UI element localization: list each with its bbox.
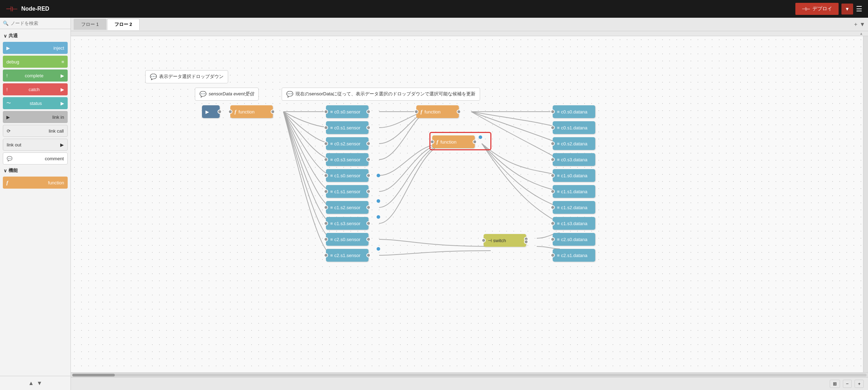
chevron-down-icon: ∨ xyxy=(4,33,7,39)
sidebar-node-status[interactable]: 〜 status ▶ xyxy=(3,97,68,109)
fn1-label: function xyxy=(238,109,255,115)
flow-node-c0s0sensor[interactable]: ≡ c0.s0.sensor xyxy=(326,105,368,118)
flow-node-c2s1data[interactable]: ≡ c2.s1.datana xyxy=(553,249,595,262)
flow-node-c1s2sensor[interactable]: ≡ c1.s2.sensor xyxy=(326,201,368,214)
inject-port-right xyxy=(218,110,222,114)
sidebar-node-catch[interactable]: ! catch ▶ xyxy=(3,83,68,95)
c0s0-port-right xyxy=(366,110,371,114)
sidebar-node-comment[interactable]: 💬 comment xyxy=(3,152,68,165)
flow-node-c2s1sensor[interactable]: ≡ c2.s1.sensor xyxy=(326,249,368,262)
tab-dropdown-button[interactable]: ▼ xyxy=(859,21,865,28)
flow-node-c0s1data[interactable]: ≡ c0.s1.datana xyxy=(553,121,595,134)
h-scroll-thumb[interactable] xyxy=(72,374,115,377)
comment-text-2: sensorData event受信 xyxy=(209,91,254,97)
c1s3-port-right xyxy=(366,221,371,225)
sidebar-scroll-controls: ▲ ▼ xyxy=(0,376,71,390)
flow-node-c1s3data[interactable]: ≡ c1.s3.datana xyxy=(553,217,595,230)
c1s2-port-left xyxy=(324,205,328,210)
tab-flow2[interactable]: フロー 2 xyxy=(107,19,140,30)
c0s1d-port-left xyxy=(551,126,555,130)
c2s0-port-left xyxy=(324,237,328,241)
c0s0d-port-left xyxy=(551,110,555,114)
c0s3-port-left xyxy=(324,157,328,162)
status-port: ▶ xyxy=(61,101,64,106)
comment-node-1[interactable]: 💬 表示データ選択ドロップダウン xyxy=(145,70,228,83)
sidebar-node-inject[interactable]: ▶ inject xyxy=(3,42,68,54)
flow-node-c0s0data[interactable]: ≡ c0.s0.datana xyxy=(553,105,595,118)
flow-node-c0s2data[interactable]: ≡ c0.s2.datana xyxy=(553,137,595,150)
inject-flow-icon: ▶ xyxy=(205,109,209,115)
fn3-port-left xyxy=(430,140,434,144)
sidebar-node-complete[interactable]: ! complete ▶ xyxy=(3,69,68,82)
c0s3-port-right xyxy=(366,157,371,162)
search-icon: 🔍 xyxy=(3,21,9,26)
search-input[interactable] xyxy=(11,21,68,26)
fn3-label: function xyxy=(440,139,457,145)
c1s2d-label: c1.s2.datana xyxy=(561,205,587,210)
c1s2-label: c1.s2.sensor xyxy=(334,205,361,210)
c2s1-label: c2.s1.sensor xyxy=(334,253,361,258)
comment-icon-2: 💬 xyxy=(199,91,207,98)
c2s1-port-right xyxy=(366,253,371,257)
scroll-up-button[interactable]: ▲ xyxy=(28,380,34,386)
c0s3-label: c0.s3.sensor xyxy=(334,157,361,162)
sidebar-node-link-in[interactable]: ▶ link in xyxy=(3,111,68,123)
c1s3-port-left xyxy=(324,221,328,225)
c1s0d-port-left xyxy=(551,173,555,178)
flow-node-c2s0data[interactable]: ≡ c2.s0.datana xyxy=(553,233,595,246)
comment-node-2[interactable]: 💬 sensorData event受信 xyxy=(195,88,259,101)
c0s2-port-left xyxy=(324,141,328,146)
sidebar-node-link-out[interactable]: link out ▶ xyxy=(3,139,68,151)
flow-node-switch[interactable]: ⊣ switch xyxy=(484,234,526,247)
deploy-dropdown-button[interactable]: ▼ xyxy=(841,4,853,15)
horizontal-scrollbar[interactable] xyxy=(71,372,868,377)
flow-node-c0s3data[interactable]: ≡ c0.s3.datana xyxy=(553,153,595,166)
tab-flow1[interactable]: フロー 1 xyxy=(74,19,106,30)
fn2-port-right xyxy=(457,110,461,114)
c0s1-port-left xyxy=(324,126,328,130)
section-header-function[interactable]: ∨ 機能 xyxy=(0,166,71,175)
c1s1-port-right xyxy=(366,189,371,194)
flow-node-c0s2sensor[interactable]: ≡ c0.s2.sensor xyxy=(326,137,368,150)
flow-canvas[interactable]: 💬 表示データ選択ドロップダウン 💬 sensorData event受信 💬 … xyxy=(71,36,863,372)
zoom-in-button[interactable]: + xyxy=(855,380,864,388)
flow-node-c1s1sensor[interactable]: ≡ c1.s1.sensor xyxy=(326,185,368,198)
linkout-arrow-icon: ▶ xyxy=(60,142,64,147)
sidebar-node-debug[interactable]: debug ≡ xyxy=(3,56,68,68)
flow-node-c1s0data[interactable]: ≡ c1.s0.datana xyxy=(553,169,595,182)
switch-icon: ⊣ xyxy=(488,238,492,243)
switch-label: switch xyxy=(493,238,506,243)
deploy-button[interactable]: ⊣⊢ デプロイ xyxy=(795,3,839,15)
add-tab-button[interactable]: + xyxy=(854,21,857,28)
fn1-f-icon: f xyxy=(235,109,236,115)
flow-node-c1s2data[interactable]: ≡ c1.s2.datana xyxy=(553,201,595,214)
c0s3d-label: c0.s3.datana xyxy=(561,157,587,162)
svg-point-1 xyxy=(377,199,380,203)
flow-node-inject-arrow[interactable]: ▶ xyxy=(202,105,220,118)
section-header-common[interactable]: ∨ 共通 xyxy=(0,31,71,40)
fn1-port-right xyxy=(271,110,275,114)
c1s2d-port-left xyxy=(551,205,555,210)
flow-node-c0s1sensor[interactable]: ≡ c0.s1.sensor xyxy=(326,121,368,134)
chevron-down-icon-2: ∨ xyxy=(4,168,7,173)
sidebar-node-function[interactable]: f function xyxy=(3,177,68,189)
flow-node-function2[interactable]: f function xyxy=(416,105,459,118)
hamburger-menu-icon[interactable]: ☰ xyxy=(856,5,862,13)
sidebar-node-link-call[interactable]: ⟳ link call xyxy=(3,125,68,137)
comment-node-3[interactable]: 💬 現在のsensorDataに従って、表示データ選択のドロップダウンで選択可能… xyxy=(282,88,480,101)
canvas-area: フロー 1 フロー 2 + ▼ ▲ xyxy=(71,18,868,390)
zoom-out-button[interactable]: − xyxy=(843,380,852,388)
flow-node-function1[interactable]: f function xyxy=(230,105,273,118)
main-layout: 🔍 ∨ 共通 ▶ inject debug ≡ ! complet xyxy=(0,18,868,390)
layout-button[interactable]: ⊞ xyxy=(830,380,840,388)
flow-node-c1s3sensor[interactable]: ≡ c1.s3.sensor xyxy=(326,217,368,230)
sidebar-content: ∨ 共通 ▶ inject debug ≡ ! complete ▶ xyxy=(0,29,71,376)
flow-node-c0s3sensor[interactable]: ≡ c0.s3.sensor xyxy=(326,153,368,166)
flow-node-c2s0sensor[interactable]: ≡ c2.s0.sensor xyxy=(326,233,368,246)
flow-node-c1s0sensor[interactable]: ≡ c1.s0.sensor xyxy=(326,169,368,182)
scroll-down-button[interactable]: ▼ xyxy=(37,380,43,386)
vertical-scrollbar[interactable] xyxy=(863,36,868,372)
flow-node-function3[interactable]: f function xyxy=(432,135,475,148)
flow-node-c1s1data[interactable]: ≡ c1.s1.datana xyxy=(553,185,595,198)
switch-port-left xyxy=(481,238,486,243)
